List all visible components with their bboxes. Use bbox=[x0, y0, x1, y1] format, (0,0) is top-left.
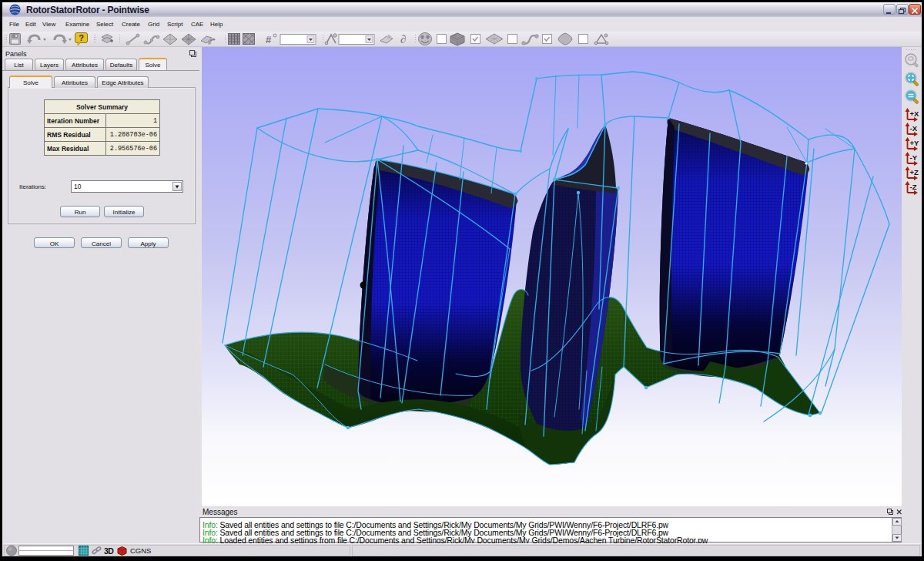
svg-text:CGNS: CGNS bbox=[130, 546, 151, 555]
svg-text:#: # bbox=[266, 34, 272, 45]
svg-text:∂: ∂ bbox=[400, 33, 406, 45]
svg-text:?: ? bbox=[79, 33, 84, 42]
svg-text:-Y: -Y bbox=[910, 153, 918, 162]
svg-text:-X: -X bbox=[910, 124, 918, 133]
svg-text:+Y: +Y bbox=[910, 139, 920, 147]
svg-text:-Z: -Z bbox=[910, 183, 917, 191]
svg-text:+X: +X bbox=[910, 109, 920, 118]
svg-text:3D: 3D bbox=[104, 546, 114, 556]
svg-text:+Z: +Z bbox=[910, 168, 919, 176]
